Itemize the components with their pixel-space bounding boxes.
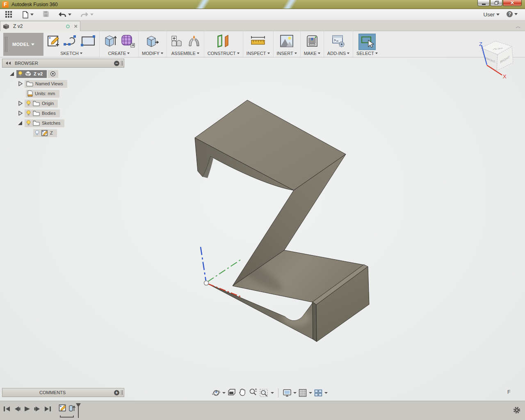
select-button[interactable] [358,34,376,50]
ribbon-group-sketch: SKETCH [43,31,100,57]
make-3d-print-button[interactable] [305,34,320,50]
scripts-addins-button[interactable] [331,34,346,50]
ribbon-group-construct: CONSTRUCT [204,31,243,57]
bulb-on-icon[interactable] [26,120,31,126]
step-forward-button[interactable] [34,406,41,412]
units-document-icon [27,90,33,97]
ribbon-group-inspect: INSPECT [243,31,274,57]
file-menu-button[interactable] [22,11,34,18]
group-label-sketch[interactable]: SKETCH [60,51,79,56]
group-label-create[interactable]: CREATE [108,51,126,56]
tree-row-bodies[interactable]: Bodies [2,108,124,118]
activate-component-icon[interactable] [48,70,58,78]
tree-label: Z [50,130,53,135]
ribbon-group-insert: INSERT [274,31,301,57]
save-button[interactable] [43,11,49,19]
timeline-playback-controls [3,406,51,412]
tree-label: Z v2 [34,71,43,76]
bulb-on-icon[interactable] [26,100,31,107]
panel-grip[interactable] [122,61,123,66]
tree-row-sketches[interactable]: Sketches [2,118,124,128]
collapsed-icon[interactable] [18,101,23,106]
create-sketch-button[interactable] [47,34,61,50]
tree-row-origin[interactable]: Origin [2,98,124,108]
bulb-on-icon[interactable] [26,110,31,116]
timeline-playhead[interactable] [75,403,81,418]
bulb-on-icon[interactable] [18,71,23,77]
timeline-bar [0,401,525,420]
collapse-toolbar-icon[interactable]: ︿ [516,24,521,30]
group-label-addins[interactable]: ADD-INS [327,51,346,56]
document-tab[interactable]: Z v2 × [0,21,80,31]
minimize-button[interactable] [477,0,490,6]
help-menu[interactable]: ? [507,11,518,17]
step-back-button[interactable] [14,406,21,412]
press-pull-button[interactable] [145,34,160,50]
zoom-button[interactable] [249,388,258,398]
joint-button[interactable] [187,34,201,50]
comments-panel-header[interactable]: COMMENTS + [2,388,124,397]
group-label-assemble[interactable]: ASSEMBLE [171,51,196,56]
ribbon-group-create: CREATE [100,31,139,57]
rectangle-button[interactable] [80,35,96,49]
restore-button[interactable] [490,0,502,6]
group-label-make[interactable]: MAKE [304,51,317,56]
collapsed-icon[interactable] [18,81,23,86]
browser-panel-header[interactable]: BROWSER − [2,59,124,68]
collapsed-icon[interactable] [18,111,23,116]
expanded-icon[interactable] [18,121,23,126]
look-at-button[interactable] [227,388,236,398]
collapse-panel-icon[interactable] [6,62,11,65]
redo-button[interactable] [80,11,94,18]
panel-grip[interactable] [122,390,123,395]
bulb-off-icon[interactable] [35,130,39,136]
play-button[interactable] [24,406,30,412]
go-to-end-button[interactable] [44,406,51,412]
close-button[interactable]: ✕ [503,0,522,6]
ribbon-group-addins: ADD-INS [324,31,353,57]
spline-button[interactable] [63,34,78,49]
orbit-button[interactable] [212,388,226,397]
group-label-inspect[interactable]: INSPECT [247,51,266,56]
tree-label: Units: mm [35,91,55,96]
tree-item-component[interactable]: Z v2 [16,70,47,78]
measure-button[interactable] [250,34,266,50]
insert-image-button[interactable] [279,34,294,50]
extrude-button[interactable] [103,34,118,50]
user-label: User [484,11,495,18]
group-label-insert[interactable]: INSERT [277,51,293,56]
new-component-button[interactable] [170,34,185,50]
extrude-feature-icon[interactable] [68,404,75,413]
group-label-modify[interactable]: MODIFY [142,51,160,56]
sketch-feature-icon[interactable] [59,404,66,412]
tree-row-units[interactable]: Units: mm [2,89,124,98]
app-grid-menu-icon[interactable] [5,10,13,20]
undo-button[interactable] [58,11,71,18]
layout-grid-button[interactable] [298,388,312,397]
go-to-start-button[interactable] [3,406,10,412]
tree-row-root[interactable]: Z v2 [2,69,124,79]
viewports-button[interactable] [314,388,328,397]
workspace-selector[interactable]: MODEL [3,33,43,56]
timeline-settings-gear-icon[interactable] [513,406,521,414]
titlebar-reflection [194,0,212,9]
group-label-construct[interactable]: CONSTRUCT [208,51,236,56]
ribbon-group-make: MAKE [301,31,324,57]
expanded-icon[interactable] [9,71,14,76]
tree-row-sketch-z[interactable]: Z [2,128,124,138]
display-settings-button[interactable] [283,388,297,397]
window-title: Autodesk Fusion 360 [11,2,58,7]
user-menu[interactable]: User [484,11,500,18]
create-form-button[interactable] [120,34,135,50]
tab-close-icon[interactable]: × [74,24,78,29]
toolbar-separator [278,388,278,397]
construct-plane-button[interactable] [215,34,232,50]
folder-icon [33,120,40,126]
remove-panel-icon[interactable]: − [114,61,119,66]
window-zoom-button[interactable] [259,388,274,397]
group-label-select[interactable]: SELECT [356,51,374,56]
drag-grip-icon [5,37,6,52]
add-comment-icon[interactable]: + [114,390,119,395]
tree-row-named-views[interactable]: Named Views [2,79,124,89]
pan-button[interactable] [238,388,247,398]
